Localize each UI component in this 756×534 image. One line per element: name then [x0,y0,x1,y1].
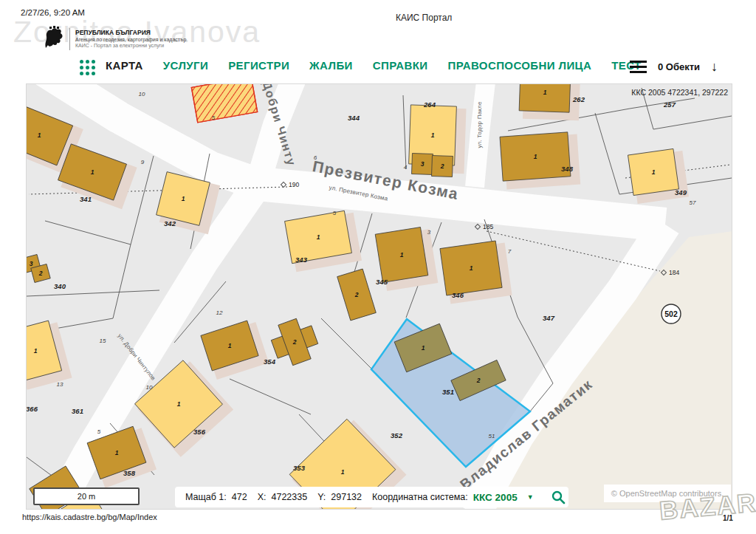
nav-item-spravki[interactable]: СПРАВКИ [373,59,428,72]
svg-text:1: 1 [228,342,232,349]
chevron-down-icon[interactable]: ▼ [527,493,534,501]
svg-text:1: 1 [182,195,185,202]
svg-text:190: 190 [289,181,299,188]
svg-text:10: 10 [139,91,145,97]
browser-url: https://kais.cadastre.bg/bg/Map/Index [22,513,157,521]
svg-text:2: 2 [292,338,297,346]
y-label: Y: [317,492,326,502]
svg-text:1: 1 [115,449,119,456]
map-canvas[interactable]: 1111321111121121113211123513413423403433… [26,83,732,510]
svg-text:341: 341 [80,195,92,203]
svg-text:354: 354 [264,357,276,366]
svg-text:57: 57 [690,199,696,206]
svg-text:502: 502 [664,309,678,318]
nav-item-pravosposobni-lica[interactable]: ПРАВОСПОСОБНИ ЛИЦА [447,59,591,72]
svg-text:2: 2 [440,162,444,170]
svg-text:257: 257 [663,100,676,109]
lion-emblem-icon [41,26,64,52]
svg-text:5: 5 [333,210,337,216]
crs-dropdown[interactable]: ККС 2005 [473,492,518,503]
download-icon[interactable]: ↓ [711,59,718,75]
nav-right-cluster: 0 Обекти ↓ [630,59,718,75]
svg-text:9: 9 [141,159,145,165]
apps-grid-icon[interactable] [80,60,95,75]
hamburger-menu-icon[interactable] [630,61,647,73]
svg-text:346: 346 [452,291,464,299]
logo-line1: РЕПУБЛИКА БЪЛГАРИЯ [75,29,186,37]
svg-text:ул. Тодор Пакле: ул. Тодор Пакле [476,101,483,148]
page-title: КАИС Портал [396,13,452,23]
svg-text:12: 12 [216,309,223,316]
svg-text:10: 10 [146,384,153,391]
svg-text:1: 1 [652,168,656,176]
svg-text:262: 262 [572,95,585,103]
svg-text:1: 1 [543,89,547,96]
page-indicator: 1/1 [723,514,733,522]
svg-text:342: 342 [164,219,176,227]
kais-portal-page: Zornitsa Ivanova 2/27/26, 9:20 AM КАИС П… [0,0,756,534]
svg-text:1: 1 [38,131,41,139]
svg-text:1: 1 [341,468,345,476]
svg-text:1: 1 [317,233,320,241]
nav-item-uslugi[interactable]: УСЛУГИ [163,59,208,72]
svg-text:3: 3 [30,260,33,267]
map-status-bar: Мащаб 1: 472 X: 4722335 Y: 297132 Коорди… [175,487,568,507]
objects-count[interactable]: 0 Обекти [658,61,700,72]
svg-text:344: 344 [348,114,360,122]
svg-text:1: 1 [431,131,435,139]
svg-text:352: 352 [391,431,403,439]
scale-value: 472 [232,492,247,502]
svg-text:2: 2 [38,270,43,277]
svg-text:51: 51 [489,433,495,439]
svg-text:13: 13 [57,381,63,388]
svg-text:7: 7 [508,248,512,255]
svg-text:348: 348 [561,165,574,173]
svg-text:340: 340 [54,282,66,290]
nav-item-zhalbi[interactable]: ЖАЛБИ [309,59,353,72]
svg-text:1: 1 [400,251,404,259]
svg-text:1: 1 [91,168,94,176]
svg-text:5: 5 [212,114,216,121]
scale-bar-label: 20 m [78,492,95,501]
y-value: 297132 [331,492,362,502]
svg-text:3: 3 [427,229,431,236]
logo-line2: Агенция по геодезия, картография и кадас… [75,37,186,44]
svg-text:343: 343 [295,256,308,264]
x-label: X: [258,492,267,502]
svg-text:356: 356 [193,428,206,436]
nav-item-registri[interactable]: РЕГИСТРИ [228,59,289,72]
svg-text:1: 1 [177,400,181,408]
logo-divider [69,28,70,50]
svg-text:1: 1 [34,347,38,355]
svg-text:264: 264 [423,100,436,109]
svg-text:1: 1 [534,153,537,160]
svg-text:366: 366 [27,405,38,413]
svg-text:2: 2 [476,377,481,384]
nav-item-karta[interactable]: КАРТА [106,59,143,72]
svg-text:3: 3 [421,160,425,168]
svg-text:1: 1 [422,344,425,352]
scale-label: Мащаб 1: [185,492,227,502]
map-scale-bar: 20 m [33,487,140,505]
road-sign-502: 502 [662,304,681,324]
timestamp: 2/27/26, 9:20 AM [21,8,85,17]
svg-text:361: 361 [72,407,83,415]
x-value: 4722335 [271,492,307,502]
svg-text:1: 1 [470,264,473,272]
main-nav: КАРТАУСЛУГИРЕГИСТРИЖАЛБИСПРАВКИПРАВОСПОС… [106,59,642,72]
search-icon[interactable] [551,490,566,504]
svg-text:4: 4 [404,164,408,171]
svg-text:358: 358 [123,469,136,477]
svg-text:349: 349 [675,188,687,196]
svg-text:15: 15 [100,338,106,344]
logo-line3: КАИС - Портал за електронни услуги [75,43,186,49]
map-corner-note: ККС 2005 4722341, 297222 [631,88,728,97]
svg-text:347: 347 [543,314,555,322]
svg-text:2: 2 [354,291,359,298]
svg-text:184: 184 [669,269,679,276]
svg-text:185: 185 [483,223,493,230]
crs-label: Координатна система: [372,492,468,502]
svg-text:5: 5 [97,428,101,435]
selected-parcel-label: 351 [442,388,454,396]
agency-logo: РЕПУБЛИКА БЪЛГАРИЯ Агенция по геодезия, … [41,26,186,52]
